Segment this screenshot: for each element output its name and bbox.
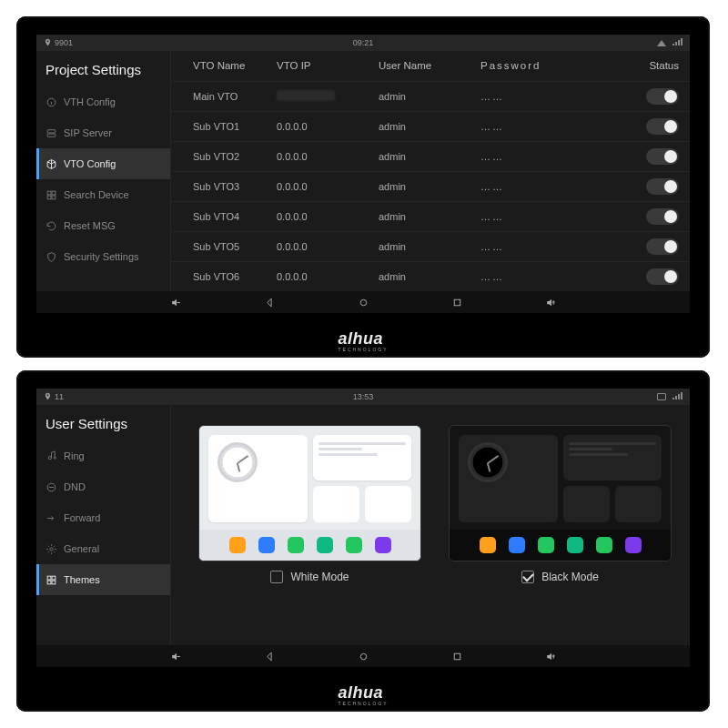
sidebar: User Settings Ring DND Forward General [36, 405, 171, 645]
cell-password: …… [480, 151, 590, 162]
svg-rect-3 [47, 129, 56, 132]
cell-vto-ip: 0.0.0.0 [277, 211, 379, 222]
sidebar-item-ring[interactable]: Ring [36, 440, 170, 471]
sidebar-item-general[interactable]: General [36, 533, 170, 564]
status-toggle[interactable] [646, 238, 679, 255]
svg-rect-16 [47, 576, 51, 580]
vol-down-icon[interactable] [170, 651, 182, 662]
cell-vto-ip [277, 90, 379, 103]
back-icon[interactable] [264, 297, 276, 308]
cell-vto-ip: 0.0.0.0 [277, 241, 379, 252]
home-icon[interactable] [358, 297, 369, 308]
col-vto-ip: VTO IP [277, 60, 379, 71]
android-navbar [36, 291, 690, 313]
themes-icon [46, 574, 57, 586]
theme-preview-black [449, 425, 672, 561]
table-row[interactable]: Sub VTO50.0.0.0admin…… [171, 231, 690, 261]
cell-vto-ip: 0.0.0.0 [277, 181, 379, 192]
forward-icon [46, 512, 57, 524]
status-toggle[interactable] [646, 208, 679, 225]
cell-password: …… [480, 241, 590, 252]
theme-option-black[interactable]: Black Mode [449, 425, 672, 645]
status-time: 09:21 [353, 38, 374, 47]
status-toggle[interactable] [646, 88, 679, 105]
cell-vto-name: Sub VTO6 [193, 271, 277, 282]
col-status: Status [590, 60, 679, 71]
cell-vto-ip: 0.0.0.0 [277, 121, 379, 132]
refresh-icon [46, 220, 57, 232]
sidebar-item-vth-config[interactable]: VTH Config [36, 86, 170, 117]
vol-up-icon[interactable] [545, 651, 557, 662]
table-row[interactable]: Sub VTO30.0.0.0admin…… [171, 171, 690, 201]
sidebar-item-security-settings[interactable]: Security Settings [36, 241, 170, 272]
checkbox-black-mode[interactable] [521, 571, 534, 583]
dnd-icon [46, 481, 57, 493]
server-icon [46, 127, 57, 139]
status-toggle[interactable] [646, 268, 679, 285]
signal-icon [672, 392, 682, 402]
cell-password: …… [480, 271, 590, 282]
sidebar-item-label: DND [64, 481, 86, 492]
table-row[interactable]: Sub VTO20.0.0.0admin…… [171, 141, 690, 171]
sidebar-item-vto-config[interactable]: VTO Config [36, 148, 170, 179]
theme-preview-white [198, 425, 421, 561]
sidebar-item-themes[interactable]: Themes [36, 564, 170, 595]
gear-icon [46, 543, 57, 555]
cell-password: …… [480, 211, 590, 222]
tablet-device: 11 13:53 User Settings Ring DND [16, 370, 710, 712]
cell-user-name: admin [379, 121, 480, 132]
sidebar-item-dnd[interactable]: DND [36, 471, 170, 502]
back-icon[interactable] [264, 651, 276, 662]
sidebar-item-sip-server[interactable]: SIP Server [36, 117, 170, 148]
col-vto-name: VTO Name [193, 60, 277, 71]
table-row[interactable]: Sub VTO10.0.0.0admin…… [171, 111, 690, 141]
status-toggle[interactable] [646, 178, 679, 195]
vol-down-icon[interactable] [170, 297, 182, 308]
theme-label: Black Mode [541, 571, 599, 583]
cell-vto-ip: 0.0.0.0 [277, 151, 379, 162]
cell-vto-name: Sub VTO4 [193, 211, 277, 222]
cell-user-name: admin [379, 181, 480, 192]
status-toggle[interactable] [646, 148, 679, 165]
cell-vto-ip: 0.0.0.0 [277, 271, 379, 282]
status-left-id: 11 [55, 392, 64, 401]
sidebar-item-forward[interactable]: Forward [36, 502, 170, 533]
status-time: 13:53 [353, 392, 374, 401]
table-row[interactable]: Sub VTO40.0.0.0admin…… [171, 201, 690, 231]
cell-user-name: admin [379, 151, 480, 162]
sidebar-item-label: Forward [64, 512, 100, 523]
sidebar-item-label: VTH Config [64, 96, 116, 107]
recent-icon[interactable] [451, 651, 463, 662]
sidebar-item-reset-msg[interactable]: Reset MSG [36, 210, 170, 241]
svg-rect-7 [47, 196, 51, 199]
svg-rect-19 [52, 581, 56, 584]
cell-user-name: admin [379, 211, 480, 222]
grid-icon [46, 189, 57, 201]
status-toggle[interactable] [646, 118, 679, 135]
music-note-icon [46, 450, 57, 462]
cell-user-name: admin [379, 91, 480, 102]
svg-rect-8 [52, 196, 56, 199]
svg-point-10 [360, 299, 367, 306]
cell-vto-name: Sub VTO3 [193, 181, 277, 192]
sidebar-item-search-device[interactable]: Search Device [36, 179, 170, 210]
theme-option-white[interactable]: White Mode [198, 425, 421, 645]
status-bar: 11 13:53 [36, 389, 690, 405]
table-row[interactable]: Sub VTO60.0.0.0admin…… [171, 261, 690, 291]
theme-label: White Mode [290, 571, 349, 583]
info-circle-icon [46, 96, 57, 108]
brand-logo: alhuaTECHNOLOGY [338, 329, 388, 352]
vol-up-icon[interactable] [545, 297, 557, 308]
status-left-id: 9901 [55, 38, 73, 47]
home-icon[interactable] [358, 651, 369, 662]
recent-icon[interactable] [451, 297, 463, 308]
shield-icon [46, 251, 57, 263]
checkbox-white-mode[interactable] [270, 571, 283, 583]
svg-point-15 [50, 547, 53, 550]
signal-icon [672, 38, 682, 48]
sidebar-item-label: SIP Server [64, 127, 112, 138]
table-row[interactable]: Main VTOadmin…… [171, 81, 690, 111]
sidebar-title: User Settings [36, 405, 170, 440]
cell-vto-name: Sub VTO1 [193, 121, 277, 132]
dock [199, 530, 420, 561]
